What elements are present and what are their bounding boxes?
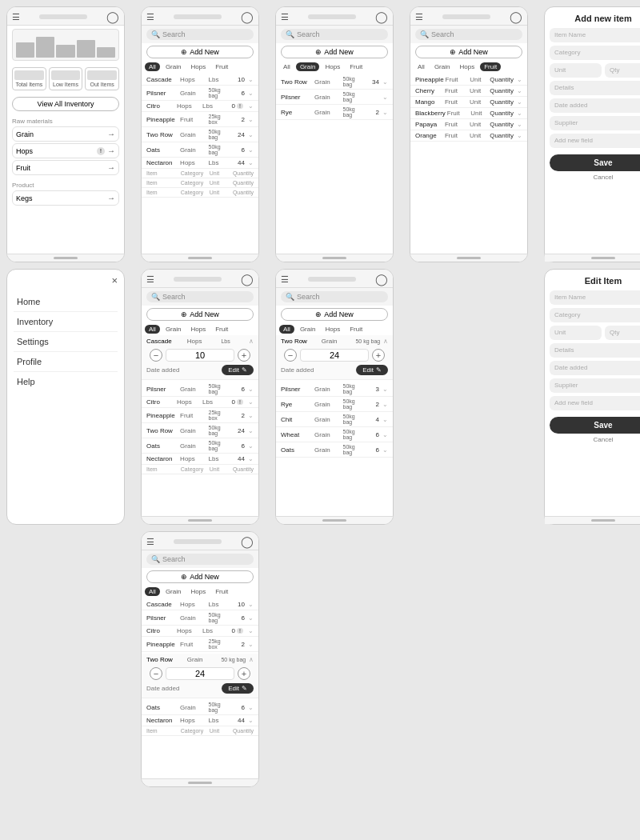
filter-grain-3[interactable]: Grain <box>296 62 320 71</box>
filter-fruit-6[interactable]: Fruit <box>346 325 366 334</box>
list-item[interactable]: OatsGrain50kg bag6⌄ <box>142 438 258 454</box>
list-item[interactable]: RyeGrain50kg bag2⌄ <box>276 397 393 412</box>
list-item[interactable]: Two RowGrain50kg bag34⌄ <box>276 74 393 90</box>
filter-grain[interactable]: Grain <box>162 62 186 71</box>
filter-hops-4[interactable]: Hops <box>455 62 478 71</box>
decrement-button-bot[interactable]: − <box>150 667 162 680</box>
list-item[interactable]: CascadeHopsLbs10⌄ <box>142 599 258 610</box>
list-item[interactable]: RyeGrain50kg bag2⌄ <box>276 105 393 120</box>
rm-fruit[interactable]: Fruit → <box>12 160 119 175</box>
list-item[interactable]: PineappleFruitUnitQuantity⌄ <box>410 74 527 86</box>
list-item[interactable]: WheatGrain50kg bag6⌄ <box>276 427 393 442</box>
add-new-button-bot[interactable]: ⊕ Add New <box>146 570 254 583</box>
list-item[interactable]: PilsnerGrain50kg bag6⌄ <box>142 382 258 397</box>
date-added-field[interactable]: Date added <box>550 98 640 113</box>
menu-item-home[interactable]: Home <box>14 292 118 312</box>
list-item[interactable]: ChitGrain50kg bag4⌄ <box>276 412 393 427</box>
filter-hops-6[interactable]: Hops <box>321 325 344 334</box>
filter-fruit[interactable]: Fruit <box>211 62 232 71</box>
menu-icon-6[interactable]: ☰ <box>281 274 289 285</box>
edit-add-new-field-btn[interactable]: Add new field <box>550 396 640 410</box>
edit-qty-field[interactable]: Qty <box>605 326 640 340</box>
cancel-link[interactable]: Cancel <box>550 174 640 181</box>
list-item[interactable]: NectaronHopsLbs44⌄ <box>142 454 258 465</box>
search-bar-3[interactable]: 🔍 Search <box>281 29 388 40</box>
qty-value[interactable]: 10 <box>166 349 234 362</box>
menu-icon-3[interactable]: ☰ <box>281 12 289 22</box>
add-new-button-3[interactable]: ⊕ Add New <box>281 46 388 58</box>
filter-hops-bot[interactable]: Hops <box>186 587 210 596</box>
filter-all-5[interactable]: All <box>145 325 160 334</box>
menu-icon-4[interactable]: ☰ <box>415 12 423 22</box>
filter-all-4[interactable]: All <box>414 62 429 71</box>
view-all-button[interactable]: View All Inventory <box>12 97 119 111</box>
unit-field[interactable]: Unit <box>550 63 602 78</box>
list-item[interactable]: NectaronHopsLbs44⌄ <box>142 715 258 726</box>
user-icon-2[interactable]: ◯ <box>241 10 254 23</box>
qty-value-bot[interactable]: 24 <box>166 667 234 680</box>
search-bar-4[interactable]: 🔍 Search <box>415 29 522 40</box>
list-item[interactable]: PilsnerGrain50kg bag6⌄ <box>142 86 258 101</box>
filter-fruit-4[interactable]: Fruit <box>480 62 501 71</box>
qty-value-2[interactable]: 24 <box>300 349 369 362</box>
filter-all-3[interactable]: All <box>279 62 294 71</box>
add-new-button[interactable]: ⊕ Add New <box>146 46 254 58</box>
edit-save-button[interactable]: Save <box>550 417 640 434</box>
category-field[interactable]: Category <box>550 46 640 60</box>
list-item[interactable]: CitroHopsLbs0!⌄ <box>142 626 258 637</box>
list-item[interactable]: CherryFruitUnitQuantity⌄ <box>410 86 527 97</box>
menu-item-profile[interactable]: Profile <box>14 352 118 372</box>
edit-unit-field[interactable]: Unit <box>550 326 602 340</box>
user-icon-4[interactable]: ◯ <box>510 10 522 23</box>
search-bar-5[interactable]: 🔍 Search <box>146 291 254 302</box>
edit-button-2[interactable]: Edit ✎ <box>356 365 388 375</box>
list-item[interactable]: MangoFruitUnitQuantity⌄ <box>410 97 527 108</box>
menu-icon[interactable]: ☰ <box>12 12 20 22</box>
supplier-field[interactable]: Supplier <box>550 116 640 130</box>
user-icon[interactable]: ◯ <box>106 10 119 23</box>
edit-details-field[interactable]: Details <box>550 343 640 358</box>
list-item[interactable]: NectaronHopsLbs44⌄ <box>142 158 258 169</box>
edit-supplier-field[interactable]: Supplier <box>550 378 640 393</box>
filter-fruit-5[interactable]: Fruit <box>211 325 232 334</box>
decrement-button-2[interactable]: − <box>284 349 297 362</box>
add-new-button-5[interactable]: ⊕ Add New <box>146 308 254 321</box>
list-item[interactable]: PapayaFruitUnitQuantity⌄ <box>410 119 527 130</box>
list-item[interactable]: CitroHopsLbs0!⌄ <box>142 397 258 408</box>
close-menu-button[interactable]: × <box>111 274 118 286</box>
increment-button-bot[interactable]: + <box>238 667 250 680</box>
filter-grain-bot[interactable]: Grain <box>162 587 186 596</box>
menu-item-inventory[interactable]: Inventory <box>14 312 118 332</box>
edit-cancel-link[interactable]: Cancel <box>550 436 640 443</box>
rm-kegs[interactable]: Kegs → <box>12 190 119 206</box>
list-item[interactable]: OatsGrain50kg bag6⌄ <box>142 700 258 715</box>
list-item[interactable]: CascadeHopsLbs10⌄ <box>142 74 258 86</box>
menu-icon-bot[interactable]: ☰ <box>146 537 154 547</box>
add-new-field-btn[interactable]: Add new field <box>550 134 640 148</box>
filter-all[interactable]: All <box>145 62 160 71</box>
filter-all-bot[interactable]: All <box>145 587 160 596</box>
edit-date-added-field[interactable]: Date added <box>550 361 640 375</box>
search-bar[interactable]: 🔍 Search <box>146 29 254 40</box>
filter-grain-5[interactable]: Grain <box>162 325 186 334</box>
edit-item-name-field[interactable]: Item Name <box>550 290 640 305</box>
rm-hops[interactable]: Hops ! → <box>12 143 119 158</box>
filter-fruit-bot[interactable]: Fruit <box>211 587 232 596</box>
edit-button-bot[interactable]: Edit ✎ <box>222 683 254 694</box>
list-item[interactable]: PineappleFruit25kg box2⌄ <box>142 112 258 127</box>
filter-hops-5[interactable]: Hops <box>186 325 210 334</box>
list-item[interactable]: PilsnerGrain50kg bag⌄ <box>276 90 393 105</box>
increment-button[interactable]: + <box>238 349 250 362</box>
add-new-button-6[interactable]: ⊕ Add New <box>281 308 388 321</box>
list-item[interactable]: Two RowGrain50kg bag24⌄ <box>142 423 258 438</box>
list-item[interactable]: PineappleFruit25kg box2⌄ <box>142 637 258 652</box>
filter-grain-4[interactable]: Grain <box>430 62 454 71</box>
list-item[interactable]: PilsnerGrain50kg bag6⌄ <box>142 610 258 626</box>
menu-icon-2[interactable]: ☰ <box>146 12 154 22</box>
user-icon-6[interactable]: ◯ <box>375 273 388 286</box>
filter-hops[interactable]: Hops <box>186 62 210 71</box>
menu-icon-5[interactable]: ☰ <box>146 274 154 285</box>
list-item[interactable]: Two RowGrain50kg bag24⌄ <box>142 127 258 142</box>
list-item[interactable]: OatsGrain50kg bag6⌄ <box>142 142 258 158</box>
rm-grain[interactable]: Grain → <box>12 126 119 142</box>
